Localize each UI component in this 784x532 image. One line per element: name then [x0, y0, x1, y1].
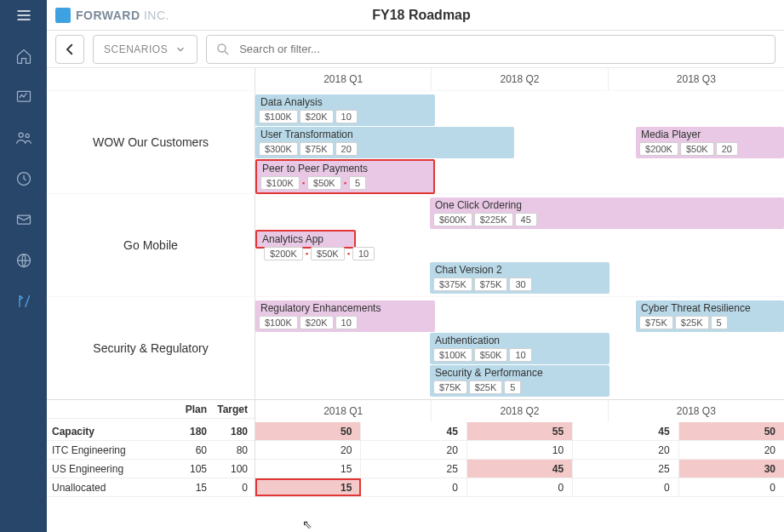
- swimlane: Go MobileOne Click Ordering$600K$225K45A…: [47, 193, 784, 296]
- capacity-cell[interactable]: 50: [679, 422, 784, 440]
- capacity-plan-value: 180: [173, 426, 214, 438]
- roadmap-icon[interactable]: [11, 289, 37, 314]
- mail-icon[interactable]: [11, 207, 37, 232]
- capacity-target-value: 100: [214, 463, 255, 475]
- bar-chip: $200K: [264, 247, 303, 260]
- roadmap-bar[interactable]: Peer to Peer Payments$100K▪$50K▪5: [255, 159, 435, 194]
- people-icon[interactable]: [11, 125, 37, 151]
- search-input[interactable]: [239, 43, 766, 55]
- capacity-row-label: Capacity180180: [47, 422, 255, 441]
- home-icon[interactable]: [11, 43, 37, 69]
- capacity-cell[interactable]: 20: [255, 441, 361, 459]
- capacity-cell[interactable]: 45: [361, 422, 466, 440]
- roadmap-bar[interactable]: Media Player$200K$50K20: [636, 127, 784, 158]
- bar-title: Security & Performance: [430, 365, 609, 380]
- bar-chip: $25K: [469, 380, 503, 394]
- bar-chip: $75K: [433, 380, 467, 394]
- bar-chip: $100K: [260, 176, 300, 190]
- bar-chip: $300K: [259, 142, 298, 156]
- capacity-cell[interactable]: 55: [467, 422, 573, 440]
- bar-chip: 10: [352, 247, 375, 260]
- bar-chip: $225K: [474, 213, 513, 226]
- capacity-cell[interactable]: 15: [255, 460, 361, 478]
- bar-meta: $100K$20K10: [255, 110, 435, 126]
- brand-logo[interactable]: FORWARD INC.: [55, 8, 169, 23]
- roadmap-bar[interactable]: Regulatory Enhancements$100K$20K10: [255, 300, 435, 332]
- chart-icon[interactable]: [11, 84, 37, 110]
- search-icon: [215, 42, 231, 57]
- bar-chip: $200K: [639, 142, 678, 156]
- swimlane-label: Security & Regulatory: [47, 297, 255, 399]
- bar-title: Analytics App: [257, 232, 354, 247]
- bar-chip: 10: [335, 110, 358, 123]
- roadmap-bar[interactable]: Analytics App$200K▪$50K▪10: [255, 230, 356, 249]
- roadmap-bar[interactable]: One Click Ordering$600K$225K45: [430, 197, 784, 229]
- roadmap-bar[interactable]: Authentication$100K$50K10: [430, 333, 609, 364]
- main-panel: FORWARD INC. FY18 Roadmap SCENARIOS: [47, 0, 784, 532]
- capacity-quarter-header: 2018 Q3: [609, 400, 784, 422]
- bar-meta: $600K$225K45: [430, 213, 784, 229]
- bar-chip: 5: [349, 176, 366, 190]
- capacity-cell[interactable]: 25: [573, 460, 678, 478]
- capacity-row-cells: 1525452530: [255, 460, 784, 478]
- bar-title: Authentication: [430, 333, 609, 348]
- scenarios-dropdown[interactable]: SCENARIOS: [93, 35, 197, 64]
- bar-meta: $100K$50K10: [430, 348, 609, 364]
- bar-title: Data Analysis: [255, 94, 435, 110]
- bar-meta: $375K$75K30: [430, 277, 609, 294]
- capacity-table: Plan Target 2018 Q12018 Q22018 Q3 Capaci…: [47, 399, 784, 497]
- svg-point-1: [19, 133, 23, 137]
- capacity-cell[interactable]: 45: [573, 422, 678, 440]
- capacity-row-name: Unallocated: [47, 482, 173, 494]
- bar-chip: $75K: [639, 316, 673, 329]
- capacity-cell[interactable]: 0: [361, 478, 466, 496]
- bar-title: User Transformation: [255, 127, 514, 142]
- roadmap-bar[interactable]: Cyber Threat Resilience$75K$25K5: [636, 300, 784, 332]
- svg-rect-4: [17, 215, 30, 224]
- swimlane: Security & RegulatoryRegulatory Enhancem…: [47, 296, 784, 399]
- warning-flag-icon: ▪: [302, 179, 305, 187]
- capacity-cell[interactable]: 0: [679, 478, 784, 496]
- roadmap-bar[interactable]: Data Analysis$100K$20K10: [255, 94, 435, 126]
- capacity-row-cells: 5045554550: [255, 422, 784, 441]
- capacity-quarter-header: 2018 Q1: [255, 400, 432, 422]
- bar-chip: $50K: [680, 142, 714, 156]
- capacity-cell[interactable]: 0: [573, 478, 678, 496]
- bar-meta: $300K$75K20: [255, 142, 514, 158]
- bar-chip: 5: [504, 380, 521, 394]
- bar-title: One Click Ordering: [430, 197, 784, 213]
- roadmap-viewport[interactable]: 2018 Q12018 Q22018 Q3 WOW Our CustomersD…: [47, 68, 784, 532]
- logo-mark-icon: [55, 8, 71, 23]
- roadmap-bar[interactable]: Chat Version 2$375K$75K30: [430, 262, 609, 294]
- clock-icon[interactable]: [11, 166, 37, 192]
- capacity-cell[interactable]: 20: [361, 441, 466, 459]
- capacity-row-name: Capacity: [47, 426, 173, 438]
- bar-meta: $75K$25K5: [430, 380, 609, 397]
- capacity-row-name: ITC Engineering: [47, 444, 173, 456]
- capacity-cell[interactable]: 45: [467, 460, 573, 478]
- bar-chip: $600K: [433, 213, 472, 226]
- capacity-cell[interactable]: 20: [573, 441, 678, 459]
- capacity-row-label: Unallocated150: [47, 478, 255, 497]
- back-button[interactable]: [55, 35, 84, 64]
- capacity-cell[interactable]: 10: [467, 441, 573, 459]
- capacity-cell[interactable]: 0: [467, 478, 573, 496]
- roadmap-bar[interactable]: Security & Performance$75K$25K5: [430, 365, 609, 397]
- bar-title: Media Player: [636, 127, 784, 142]
- capacity-cell[interactable]: 25: [361, 460, 466, 478]
- globe-icon[interactable]: [11, 248, 37, 273]
- bar-chip: 45: [515, 213, 537, 226]
- bar-chip: 30: [509, 277, 531, 291]
- menu-toggle-icon[interactable]: [15, 7, 32, 28]
- capacity-cell[interactable]: 20: [679, 441, 784, 459]
- capacity-cell[interactable]: 15: [255, 478, 361, 496]
- search-field-wrap[interactable]: [206, 35, 775, 64]
- capacity-cell[interactable]: 30: [679, 460, 784, 478]
- bar-chip: $100K: [259, 110, 298, 123]
- roadmap-bar[interactable]: User Transformation$300K$75K20: [255, 127, 514, 158]
- bar-chip: $375K: [433, 277, 472, 291]
- bar-chip: $100K: [259, 316, 298, 329]
- quarter-column-header: 2018 Q2: [432, 68, 608, 90]
- capacity-row-cells: 2020102020: [255, 441, 784, 460]
- capacity-cell[interactable]: 50: [255, 422, 361, 440]
